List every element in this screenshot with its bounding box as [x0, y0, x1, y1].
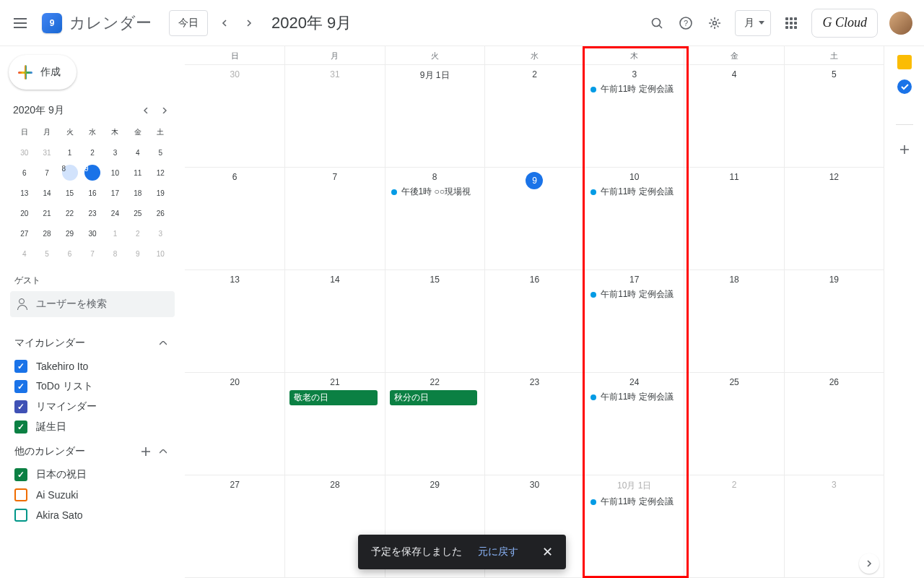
- guest-search-input[interactable]: ユーザーを検索: [10, 291, 175, 317]
- holiday-event[interactable]: 敬老の日: [289, 390, 377, 405]
- mini-day[interactable]: 17: [104, 184, 126, 202]
- calendar-checkbox[interactable]: [14, 468, 27, 481]
- user-avatar[interactable]: [889, 12, 912, 35]
- toast-undo-button[interactable]: 元に戻す: [478, 545, 518, 558]
- other-calendars-collapse[interactable]: [156, 444, 170, 459]
- day-cell[interactable]: 14: [284, 270, 384, 373]
- mini-day[interactable]: 7: [81, 244, 103, 263]
- mini-day[interactable]: 1: [104, 224, 126, 243]
- calendar-item[interactable]: リマインダー: [14, 397, 170, 417]
- holiday-event[interactable]: 秋分の日: [390, 390, 477, 405]
- day-cell[interactable]: 17午前11時 定例会議: [584, 270, 684, 373]
- calendar-event[interactable]: 午後1時 ○○現場視: [390, 185, 480, 199]
- day-cell[interactable]: 12: [784, 168, 884, 270]
- mini-day[interactable]: 31: [35, 143, 58, 162]
- apps-button[interactable]: [777, 9, 806, 38]
- settings-button[interactable]: [700, 9, 729, 38]
- mini-day[interactable]: 12: [149, 163, 172, 182]
- mini-day[interactable]: 30: [81, 224, 103, 243]
- mini-day[interactable]: 5: [35, 244, 58, 263]
- mini-day[interactable]: 1: [58, 143, 81, 162]
- day-cell[interactable]: 8午後1時 ○○現場視: [385, 168, 484, 270]
- mini-day[interactable]: 23: [81, 204, 103, 223]
- keep-icon[interactable]: [897, 55, 912, 69]
- mini-day[interactable]: 30: [13, 143, 35, 162]
- mini-day[interactable]: 24: [104, 204, 126, 223]
- my-calendars-collapse[interactable]: [156, 336, 170, 350]
- mini-day[interactable]: 21: [35, 204, 58, 223]
- mini-day[interactable]: 29: [58, 224, 81, 243]
- day-cell[interactable]: 18: [684, 270, 783, 373]
- calendar-checkbox[interactable]: [14, 360, 27, 373]
- day-cell[interactable]: 4: [684, 65, 783, 168]
- day-cell[interactable]: 30: [185, 65, 284, 168]
- mini-day[interactable]: 10: [149, 244, 172, 263]
- mini-day[interactable]: 9: [126, 244, 149, 263]
- calendar-event[interactable]: 午前11時 定例会議: [589, 185, 679, 199]
- calendar-event[interactable]: 午前11時 定例会議: [589, 390, 679, 404]
- mini-day[interactable]: 3: [149, 224, 172, 243]
- calendar-event[interactable]: 午前11時 定例会議: [589, 288, 679, 301]
- calendar-checkbox[interactable]: [14, 420, 27, 434]
- day-cell[interactable]: 11: [684, 168, 783, 270]
- calendar-checkbox[interactable]: [14, 380, 27, 393]
- mini-day[interactable]: 16: [81, 184, 103, 202]
- day-cell[interactable]: 10月 1日午前11時 定例会議: [584, 475, 684, 578]
- toast-close-button[interactable]: ✕: [534, 539, 560, 565]
- search-button[interactable]: [642, 9, 671, 38]
- day-cell[interactable]: 9: [484, 168, 584, 270]
- help-button[interactable]: ?: [671, 9, 700, 38]
- main-menu-button[interactable]: [6, 9, 35, 38]
- day-cell[interactable]: 9月 1日: [385, 65, 484, 168]
- day-cell[interactable]: 19: [784, 270, 884, 373]
- today-button[interactable]: 今日: [169, 10, 208, 36]
- day-cell[interactable]: 2: [684, 475, 783, 578]
- day-cell[interactable]: 22秋分の日: [385, 373, 484, 475]
- mini-day[interactable]: 3: [104, 143, 126, 162]
- tasks-icon[interactable]: [897, 79, 912, 94]
- mini-day[interactable]: 19: [149, 184, 172, 202]
- mini-day[interactable]: 6: [58, 244, 81, 263]
- day-cell[interactable]: 13: [185, 270, 284, 373]
- day-cell[interactable]: 21敬老の日: [284, 373, 384, 475]
- calendar-checkbox[interactable]: [14, 400, 27, 413]
- mini-day[interactable]: 2: [81, 143, 103, 162]
- calendar-checkbox[interactable]: [14, 488, 27, 501]
- mini-day[interactable]: 2: [126, 224, 149, 243]
- mini-day[interactable]: 6: [13, 163, 35, 182]
- day-cell[interactable]: 27: [185, 475, 284, 578]
- mini-day[interactable]: 15: [58, 184, 81, 202]
- mini-day[interactable]: 10: [104, 163, 126, 182]
- day-cell[interactable]: 31: [284, 65, 384, 168]
- prev-period-button[interactable]: [214, 12, 237, 35]
- day-cell[interactable]: 7: [284, 168, 384, 270]
- mini-next-button[interactable]: [156, 103, 172, 118]
- calendar-item[interactable]: ToDo リスト: [14, 376, 170, 397]
- calendar-item[interactable]: Akira Sato: [14, 505, 170, 525]
- calendar-item[interactable]: Ai Suzuki: [14, 485, 170, 505]
- mini-day[interactable]: 27: [13, 224, 35, 243]
- mini-day[interactable]: 14: [35, 184, 58, 202]
- add-calendar-button[interactable]: [139, 444, 153, 459]
- mini-day[interactable]: 25: [126, 204, 149, 223]
- day-cell[interactable]: 23: [484, 373, 584, 475]
- mini-day[interactable]: 28: [35, 224, 58, 243]
- mini-day[interactable]: 8: [104, 244, 126, 263]
- calendar-event[interactable]: 午前11時 定例会議: [589, 495, 679, 509]
- mini-day[interactable]: 11: [126, 163, 149, 182]
- calendar-checkbox[interactable]: [14, 509, 27, 522]
- mini-day[interactable]: 4: [13, 244, 35, 263]
- view-selector[interactable]: 月: [735, 10, 771, 36]
- mini-day[interactable]: 9: [81, 163, 103, 182]
- day-cell[interactable]: 10午前11時 定例会議: [584, 168, 684, 270]
- calendar-item[interactable]: 日本の祝日: [14, 465, 170, 485]
- day-cell[interactable]: 5: [784, 65, 884, 168]
- mini-day[interactable]: 5: [149, 143, 172, 162]
- calendar-item[interactable]: Takehiro Ito: [14, 356, 170, 376]
- mini-day[interactable]: 20: [13, 204, 35, 223]
- add-addon-button[interactable]: [890, 135, 919, 164]
- mini-day[interactable]: 7: [35, 163, 58, 182]
- day-cell[interactable]: 26: [784, 373, 884, 475]
- day-cell[interactable]: 2: [484, 65, 584, 168]
- day-cell[interactable]: 24午前11時 定例会議: [584, 373, 684, 475]
